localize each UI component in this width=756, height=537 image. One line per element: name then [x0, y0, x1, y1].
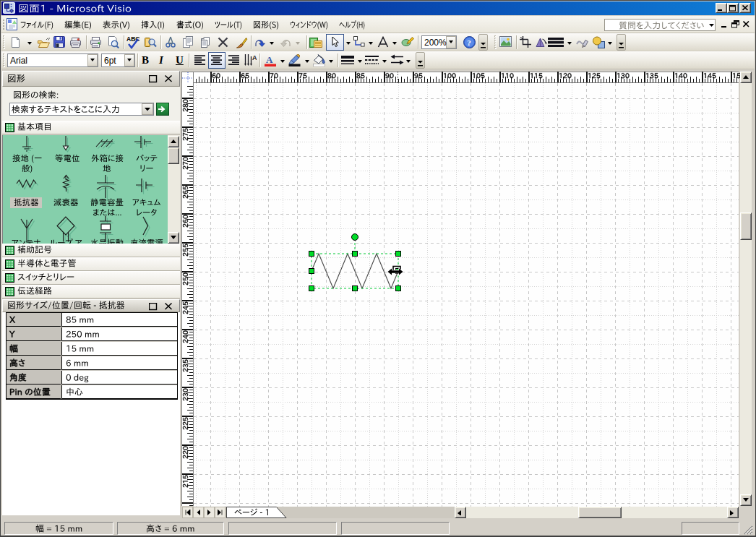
svg-text:?: ?	[467, 38, 471, 47]
svg-text:A: A	[252, 54, 257, 61]
svg-text:A: A	[266, 54, 273, 65]
